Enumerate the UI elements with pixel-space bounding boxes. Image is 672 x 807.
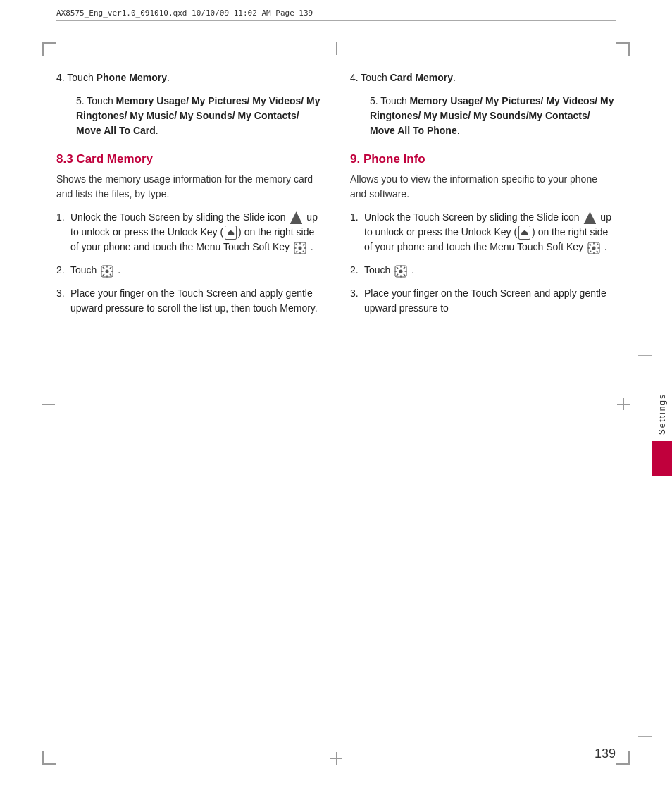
left-item-4-suffix: . bbox=[167, 72, 170, 83]
right-item-4-bold: Card Memory bbox=[390, 72, 453, 83]
left-step-1: 1. Unlock the Touch Screen by sliding th… bbox=[56, 210, 322, 254]
sidebar-divider-top bbox=[638, 355, 652, 356]
right-step-1: 1. Unlock the Touch Screen by sliding th… bbox=[350, 210, 616, 254]
gear-icon-left-2 bbox=[101, 265, 113, 278]
svg-point-6 bbox=[399, 269, 403, 273]
corner-mark-br bbox=[616, 751, 630, 765]
left-step-3: 3. Place your finger on the Touch Screen… bbox=[56, 286, 322, 316]
page-header: AX8575_Eng_ver1.0_091010.qxd 10/10/09 11… bbox=[56, 8, 616, 21]
svg-point-2 bbox=[106, 269, 109, 273]
section-heading-left: 8.3 Card Memory bbox=[56, 152, 322, 166]
corner-mark-bl bbox=[42, 751, 56, 765]
right-item-4: 4. Touch Card Memory. bbox=[350, 70, 616, 85]
corner-mark-tl bbox=[42, 42, 56, 56]
right-step-3-number: 3. bbox=[350, 286, 364, 301]
right-step-1-content: Unlock the Touch Screen by sliding the S… bbox=[364, 210, 616, 254]
left-item-5-suffix: . bbox=[156, 125, 158, 136]
right-item-5: 5. Touch Memory Usage/ My Pictures/ My V… bbox=[350, 94, 616, 138]
left-step-3-number: 3. bbox=[56, 286, 70, 301]
key-icon-left-1: ⏏ bbox=[225, 226, 237, 240]
slide-icon-left-1 bbox=[290, 211, 302, 224]
left-step-1-number: 1. bbox=[56, 210, 70, 225]
top-items-left: 4. Touch Phone Memory. 5. Touch Memory U… bbox=[56, 70, 322, 138]
cross-left bbox=[42, 398, 55, 410]
sidebar-accent bbox=[652, 441, 672, 476]
section-heading-right: 9. Phone Info bbox=[350, 152, 616, 166]
right-step-2: 2. Touch . bbox=[350, 263, 616, 278]
left-step-2-number: 2. bbox=[56, 263, 70, 278]
right-item-4-number: 4. Touch bbox=[350, 72, 390, 83]
col-right: 4. Touch Card Memory. 5. Touch Memory Us… bbox=[350, 56, 616, 751]
left-item-4-number: 4. Touch bbox=[56, 72, 97, 83]
right-step-1-number: 1. bbox=[350, 210, 364, 225]
cross-top bbox=[330, 42, 342, 55]
sidebar-tab: Settings bbox=[652, 388, 672, 476]
key-icon-right-1: ⏏ bbox=[518, 226, 530, 240]
svg-point-4 bbox=[592, 246, 595, 250]
right-step-3-content: Place your finger on the Touch Screen an… bbox=[364, 286, 616, 316]
left-item-5-prefix: 5. Touch bbox=[76, 95, 116, 106]
section-intro-left: Shows the memory usage information for t… bbox=[56, 172, 322, 202]
gear-icon-right-2 bbox=[394, 265, 407, 278]
right-item-5-suffix: . bbox=[457, 125, 460, 136]
content-area: 4. Touch Phone Memory. 5. Touch Memory U… bbox=[56, 56, 616, 751]
left-item-5: 5. Touch Memory Usage/ My Pictures/ My V… bbox=[56, 94, 322, 138]
left-step-2: 2. Touch . bbox=[56, 263, 322, 278]
right-step-3: 3. Place your finger on the Touch Screen… bbox=[350, 286, 616, 316]
svg-point-0 bbox=[298, 246, 301, 250]
section-intro-right: Allows you to view the information speci… bbox=[350, 172, 616, 202]
slide-icon-right-1 bbox=[583, 211, 596, 224]
right-item-4-suffix: . bbox=[453, 72, 456, 83]
sidebar-divider-bottom bbox=[638, 736, 652, 737]
cross-right bbox=[617, 398, 630, 410]
right-item-5-prefix: 5. Touch bbox=[370, 95, 410, 106]
corner-mark-tr bbox=[616, 42, 630, 56]
right-step-2-content: Touch . bbox=[364, 263, 616, 278]
gear-icon-right-1 bbox=[587, 242, 600, 254]
two-column-layout: 4. Touch Phone Memory. 5. Touch Memory U… bbox=[56, 56, 616, 751]
left-item-4-bold: Phone Memory bbox=[97, 72, 167, 83]
left-step-2-content: Touch . bbox=[70, 263, 322, 278]
left-item-4: 4. Touch Phone Memory. bbox=[56, 70, 322, 85]
col-left: 4. Touch Phone Memory. 5. Touch Memory U… bbox=[56, 56, 322, 751]
page-number: 139 bbox=[595, 746, 616, 761]
top-items-right: 4. Touch Card Memory. 5. Touch Memory Us… bbox=[350, 70, 616, 138]
gear-icon-left-1 bbox=[294, 242, 306, 254]
right-step-2-number: 2. bbox=[350, 263, 364, 278]
sidebar-label: Settings bbox=[654, 388, 670, 441]
left-step-1-content: Unlock the Touch Screen by sliding the S… bbox=[70, 210, 322, 254]
cross-bottom bbox=[330, 752, 342, 765]
left-step-3-content: Place your finger on the Touch Screen an… bbox=[70, 286, 322, 316]
